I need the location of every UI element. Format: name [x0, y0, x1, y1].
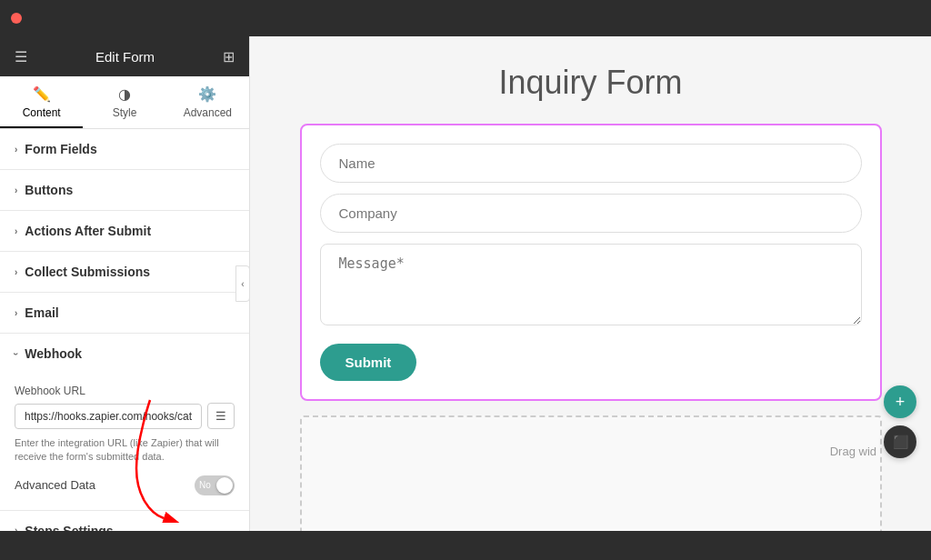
webhook-header[interactable]: › Webhook [0, 334, 249, 374]
toggle-knob [216, 477, 233, 494]
tab-advanced[interactable]: ⚙️ Advanced [166, 76, 249, 128]
chevron-right-icon: › [15, 267, 17, 277]
traffic-light[interactable] [11, 13, 22, 24]
sidebar-item-buttons[interactable]: › Buttons [0, 170, 249, 211]
chevron-right-icon: › [15, 226, 17, 236]
tab-bar: ✏️ Content ◑ Style ⚙️ Advanced [0, 76, 249, 129]
name-field-container [320, 144, 862, 183]
form-preview-area: Inquiry Form Submit [250, 36, 931, 531]
tab-style[interactable]: ◑ Style [83, 76, 165, 128]
steps-settings-label: Steps Settings [25, 524, 113, 531]
buttons-label: Buttons [25, 183, 73, 197]
sidebar-header: ☰ Edit Form ⊞ [0, 36, 249, 76]
sidebar-item-collect-submissions[interactable]: › Collect Submissions [0, 252, 249, 293]
collect-submissions-label: Collect Submissions [25, 265, 150, 279]
message-field-container [320, 244, 862, 329]
chevron-right-icon: › [15, 145, 17, 155]
advanced-data-toggle[interactable]: No [195, 475, 235, 495]
gear-icon: ⚙️ [198, 85, 216, 103]
form-container[interactable]: Submit [300, 124, 882, 401]
bottom-bar [0, 531, 931, 560]
webhook-input-row: ☰ [15, 403, 235, 429]
tab-content-label: Content [23, 106, 61, 119]
webhook-label: Webhook [25, 346, 82, 361]
sidebar-item-steps-settings[interactable]: › Steps Settings [0, 511, 249, 531]
main-layout: ☰ Edit Form ⊞ ✏️ Content ◑ Style ⚙️ Adva… [0, 36, 931, 531]
drop-zone[interactable] [300, 415, 882, 531]
message-textarea[interactable] [320, 244, 862, 325]
top-bar [0, 0, 931, 36]
chevron-right-icon: › [15, 525, 17, 531]
sidebar-title: Edit Form [95, 49, 155, 65]
settings-fab-button[interactable]: ⬛ [884, 425, 916, 458]
chevron-down-icon: › [11, 352, 21, 355]
toggle-no-label: No [199, 480, 211, 490]
sidebar: ☰ Edit Form ⊞ ✏️ Content ◑ Style ⚙️ Adva… [0, 36, 250, 531]
sidebar-collapse-button[interactable]: ‹ [235, 265, 250, 302]
chevron-right-icon: › [15, 308, 17, 318]
sidebar-item-email[interactable]: › Email [0, 293, 249, 334]
tab-style-label: Style [113, 106, 137, 119]
company-input[interactable] [320, 194, 862, 233]
tab-advanced-label: Advanced [184, 106, 232, 119]
email-label: Email [25, 305, 58, 320]
webhook-url-label: Webhook URL [15, 385, 235, 397]
sidebar-item-actions-after-submit[interactable]: › Actions After Submit [0, 211, 249, 252]
grid-icon[interactable]: ⊞ [223, 48, 235, 65]
add-widget-button[interactable]: + [884, 385, 916, 418]
webhook-body: Webhook URL ☰ Enter the integration URL … [0, 374, 249, 510]
submit-button[interactable]: Submit [320, 344, 417, 381]
name-input[interactable] [320, 144, 862, 183]
webhook-copy-button[interactable]: ☰ [207, 403, 235, 429]
webhook-url-input[interactable] [15, 404, 202, 429]
company-field-container [320, 194, 862, 233]
webhook-hint-text: Enter the integration URL (like Zapier) … [15, 436, 235, 465]
chevron-right-icon: › [15, 185, 17, 195]
sidebar-item-form-fields[interactable]: › Form Fields [0, 129, 249, 170]
form-title: Inquiry Form [286, 64, 895, 102]
advanced-data-label: Advanced Data [15, 478, 95, 492]
pencil-icon: ✏️ [33, 85, 51, 103]
main-content: Inquiry Form Submit + ⬛ [250, 36, 931, 531]
advanced-data-row: Advanced Data No [15, 475, 235, 495]
form-fields-label: Form Fields [25, 142, 96, 156]
sidebar-item-webhook: › Webhook Webhook URL ☰ Enter the integr… [0, 334, 249, 511]
tab-content[interactable]: ✏️ Content [0, 76, 83, 128]
actions-after-submit-label: Actions After Submit [25, 224, 151, 238]
drag-hint: Drag wid [830, 445, 876, 458]
fab-area: + ⬛ [884, 385, 916, 458]
hamburger-icon[interactable]: ☰ [15, 48, 27, 65]
style-icon: ◑ [118, 85, 131, 103]
